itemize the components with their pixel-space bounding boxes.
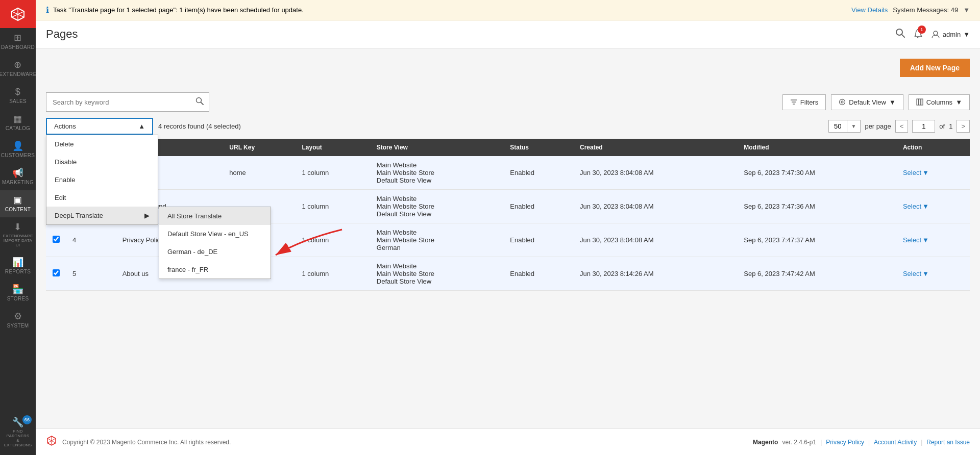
marketing-icon: 📢 [12,168,23,178]
svg-line-5 [201,103,204,105]
col-created: Created [574,139,738,156]
sidebar-item-label: DASHBOARD [1,44,35,50]
row-action-arrow[interactable]: ▼ [922,236,929,244]
reports-icon: 📊 [12,258,23,267]
svg-point-2 [917,37,919,38]
stores-icon: 🏪 [12,285,23,294]
action-enable[interactable]: Enable [46,171,158,189]
row-store-view: Main WebsiteMain Website StoreDefault St… [371,257,504,291]
view-details-link[interactable]: View Details [851,6,888,14]
row-status: Enabled [504,223,574,257]
sidebar-item-system[interactable]: ⚙ SYSTEM [0,307,36,334]
sidebar-item-extendware-import[interactable]: ⬇ EXTENDWARE IMPORT DATA UI [0,217,36,252]
row-select-link[interactable]: Select [903,203,921,210]
row-id: 5 [66,257,116,291]
deepl-german-label: German - de_DE [167,248,217,256]
sidebar-item-content[interactable]: ▣ CONTENT [0,190,36,217]
row-action-arrow[interactable]: ▼ [922,203,929,210]
next-page-button[interactable]: > [957,120,970,133]
table-header-row: ID ▲ Title URL Key Layout Store View Sta… [46,139,970,156]
filters-button[interactable]: Filters [782,94,826,110]
sidebar-item-label: SYSTEM [7,323,29,328]
footer-report-issue-link[interactable]: Report an Issue [926,439,970,446]
row-modified: Sep 6, 2023 7:47:37 AM [738,223,897,257]
sidebar-item-stores[interactable]: 🏪 STORES [0,280,36,307]
prev-page-button[interactable]: < [895,120,909,133]
sales-icon: $ [15,87,20,96]
sidebar-item-label: MARKETING [2,180,34,185]
footer-version-number: ver. 2.4.6-p1 [782,439,816,446]
sidebar-item-label: CONTENT [5,207,31,212]
deepl-france[interactable]: france - fr_FR [159,261,271,279]
admin-label: admin [943,31,961,38]
page-of-label: of [939,122,945,130]
action-delete-label: Delete [55,140,74,148]
deepl-all-store[interactable]: All Store Translate [159,207,271,225]
main-content: ℹ Task "Translate page for 1 selected pa… [36,0,980,455]
sidebar-item-dashboard[interactable]: ⊞ DASHBOARD [0,28,36,55]
add-new-page-button[interactable]: Add New Page [900,59,970,77]
search-header-icon[interactable] [895,28,905,41]
page-title: Pages [46,28,78,41]
row-action-arrow[interactable]: ▼ [922,270,929,277]
deepl-german[interactable]: German - de_DE [159,243,271,261]
per-page-dropdown[interactable]: ▼ [847,121,861,131]
footer-account-activity-link[interactable]: Account Activity [874,439,917,446]
search-input[interactable] [46,94,190,110]
system-messages-dropdown-icon[interactable]: ▼ [963,6,970,14]
action-deepl-label: DeepL Translate [55,212,103,219]
row-modified: Sep 6, 2023 7:47:36 AM [738,190,897,223]
sidebar-item-reports[interactable]: 📊 REPORTS [0,252,36,280]
system-messages-count[interactable]: System Messages: 49 [893,6,958,14]
columns-button[interactable]: Columns ▼ [909,94,970,110]
deepl-default-store-label: Default Store View - en_US [167,230,249,238]
deepl-default-store[interactable]: Default Store View - en_US [159,225,271,243]
row-layout: 1 column [296,257,371,291]
search-container [46,92,209,112]
search-button[interactable] [190,93,209,111]
sidebar-item-label: FIND PARTNERS& EXTENSIONS [3,429,33,447]
sidebar-item-extendware[interactable]: ⊕ EXTENDWARE [0,55,36,82]
sidebar-item-customers[interactable]: 👤 CUSTOMERS [0,136,36,163]
actions-right: 50 ▼ per page < of 1 > [828,120,970,133]
footer-left: Copyright © 2023 Magento Commerce Inc. A… [46,435,231,449]
system-message-text: Task "Translate page for 1 selected page… [53,6,304,14]
toolbar-right: Filters Default View ▼ Co [782,94,970,110]
footer-right: Magento ver. 2.4.6-p1 | Privacy Policy |… [753,439,970,446]
footer-divider-3: | [921,439,922,446]
action-deepl-translate[interactable]: DeepL Translate ▶ All Store Translate De… [46,207,158,224]
row-select-link[interactable]: Select [903,236,921,244]
row-layout: 1 column [296,190,371,223]
actions-row: Actions ▲ Delete Disable Enable [46,118,970,135]
table-row: 2 Home page home 1 column Main WebsiteMa… [46,156,970,190]
svg-point-9 [840,99,845,105]
notifications-badge: 1 [918,26,926,34]
action-edit[interactable]: Edit [46,189,158,207]
row-checkbox[interactable] [53,236,60,243]
action-disable[interactable]: Disable [46,153,158,171]
columns-label: Columns [926,98,952,106]
default-view-button[interactable]: Default View ▼ [831,94,903,110]
row-action-arrow[interactable]: ▼ [922,169,929,176]
row-checkbox[interactable] [53,269,60,276]
actions-label: Actions [54,122,76,130]
system-message-right: View Details System Messages: 49 ▼ [851,6,970,14]
records-found: 4 records found (4 selected) [158,122,241,130]
sidebar-logo[interactable] [0,0,36,28]
sidebar-item-label: CATALOG [6,125,30,131]
actions-button[interactable]: Actions ▲ [46,118,153,135]
page-number-input[interactable] [912,120,935,133]
system-message-bar: ℹ Task "Translate page for 1 selected pa… [36,0,980,20]
sidebar-item-marketing[interactable]: 📢 MARKETING [0,163,36,190]
row-select-link[interactable]: Select [903,270,921,277]
sidebar-item-catalog[interactable]: ▦ CATALOG [0,109,36,136]
action-delete[interactable]: Delete [46,135,158,153]
row-select-link[interactable]: Select [903,169,921,176]
notifications-icon[interactable]: 1 [913,28,923,41]
sidebar-item-sales[interactable]: $ SALES [0,82,36,109]
row-status: Enabled [504,190,574,223]
footer-privacy-policy-link[interactable]: Privacy Policy [826,439,864,446]
footer-divider-1: | [820,439,822,446]
admin-user-menu[interactable]: admin ▼ [931,30,970,39]
sidebar-item-find-partners[interactable]: 🔧 FIND PARTNERS& EXTENSIONS 66 [0,413,36,452]
